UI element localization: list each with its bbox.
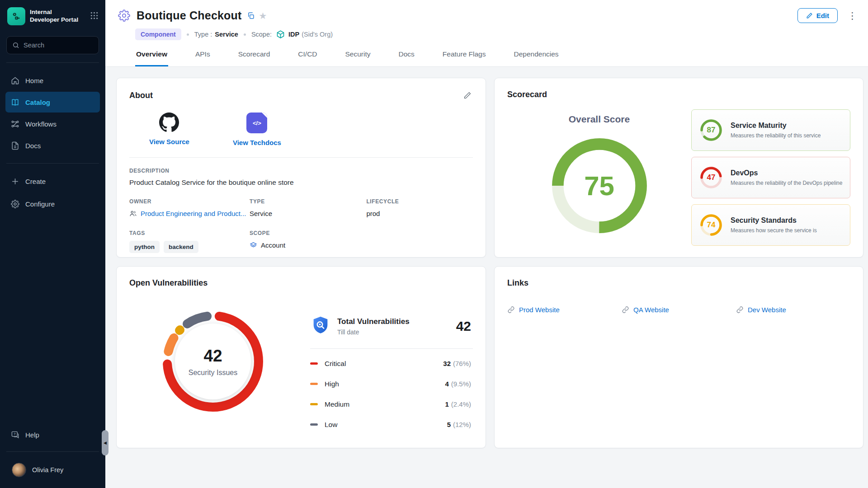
links-title: Links (507, 278, 850, 288)
more-options-icon[interactable]: ⋮ (848, 11, 857, 20)
view-source-link[interactable]: View Source (149, 113, 189, 146)
divider (129, 157, 473, 158)
owner-link[interactable]: Product Engineering and Product... (129, 210, 250, 217)
scorecard-item-service-maturity[interactable]: 87 Service Maturity Measures the reliabi… (691, 109, 850, 151)
breadcrumb: Component Type : Service Scope: IDP (Sid… (135, 28, 857, 40)
app-title: Internal Developer Portal (30, 9, 90, 24)
lifecycle-value: prod (366, 210, 473, 217)
tab-docs[interactable]: Docs (398, 50, 415, 66)
main-area: Boutique Checkout ★ Edit ⋮ Component Typ… (105, 0, 868, 488)
scorecard-item-security-standards[interactable]: 74 Security Standards Measures how secur… (691, 204, 850, 246)
security-issues-label: Security Issues (189, 369, 237, 377)
sidebar-item-label: Workflows (25, 120, 57, 128)
tag-chip[interactable]: python (129, 241, 160, 253)
sidebar-item-help[interactable]: ? Help (5, 424, 100, 445)
plus-icon (11, 177, 19, 186)
sidebar-item-configure[interactable]: Configure (5, 193, 100, 214)
link-dev-website[interactable]: Dev Website (736, 306, 850, 314)
sidebar-item-label: Catalog (25, 99, 50, 106)
link-icon (622, 306, 629, 314)
tab-scorecard[interactable]: Scorecard (237, 50, 271, 66)
gear-icon (11, 200, 19, 208)
sidebar-search (6, 36, 99, 54)
sidebar-item-catalog[interactable]: Catalog (5, 92, 100, 113)
vuln-row-medium: Medium 1(2.4%) (310, 394, 473, 414)
scorecard-title: Scorecard (507, 90, 850, 99)
lifecycle-label: LIFECYCLE (366, 198, 473, 205)
total-vulnerabilities-value: 42 (456, 319, 473, 334)
content-grid: About View Source </> View Techdocs (105, 67, 868, 448)
page-title: Boutique Checkout (137, 9, 242, 22)
favorite-star-icon[interactable]: ★ (259, 10, 267, 21)
link-icon (507, 306, 515, 314)
tab-overview[interactable]: Overview (135, 50, 168, 66)
edit-button[interactable]: Edit (797, 8, 838, 23)
total-vulnerabilities-subtitle: Till date (337, 328, 410, 336)
github-icon (159, 113, 179, 132)
sidebar-item-docs[interactable]: Docs (5, 135, 100, 156)
shield-scan-icon (310, 315, 331, 338)
link-prod-website[interactable]: Prod Website (507, 306, 622, 314)
mini-score-donut: 87 (699, 118, 723, 142)
link-icon (736, 306, 744, 314)
tag-chip[interactable]: backend (164, 241, 198, 253)
mini-score-donut: 47 (699, 165, 723, 190)
entity-kind-badge[interactable]: Component (135, 28, 181, 40)
pencil-icon (806, 12, 813, 19)
description-label: DESCRIPTION (129, 168, 473, 174)
type-field-value: Service (250, 210, 366, 217)
sidebar-item-label: Home (25, 77, 43, 84)
sidebar-nav: Home Catalog Workflows Docs (0, 69, 105, 157)
sidebar-item-label: Configure (25, 200, 55, 208)
view-techdocs-link[interactable]: </> View Techdocs (233, 113, 281, 146)
home-icon (11, 76, 19, 85)
low-swatch (310, 423, 318, 426)
medium-swatch (310, 403, 318, 405)
tab-cicd[interactable]: CI/CD (297, 50, 318, 66)
sidebar-item-label: Help (25, 431, 39, 439)
tab-bar: Overview APIs Scorecard CI/CD Security D… (135, 50, 857, 66)
tab-dependencies[interactable]: Dependencies (513, 50, 560, 66)
link-qa-website[interactable]: QA Website (622, 306, 736, 314)
vuln-row-high: High 4(9.5%) (310, 374, 473, 394)
user-name: Olivia Frey (32, 466, 63, 474)
tab-security[interactable]: Security (344, 50, 372, 66)
links-card: Links Prod Website QA Website Dev Websit… (494, 266, 863, 448)
tab-apis[interactable]: APIs (194, 50, 211, 66)
sidebar-item-label: Docs (25, 142, 41, 150)
vulnerabilities-card: Open Vulnerabilities 42 Security Issues (116, 266, 486, 448)
owner-label: OWNER (129, 198, 250, 205)
scope-field-value: Account (261, 241, 285, 249)
overall-score-label: Overall Score (569, 114, 630, 125)
vuln-row-low: Low 5(12%) (310, 414, 473, 435)
edit-about-pencil-icon[interactable] (462, 90, 473, 101)
sidebar-divider (6, 451, 99, 452)
search-input[interactable] (24, 42, 93, 49)
help-icon: ? (11, 431, 19, 439)
sidebar-divider (6, 62, 99, 63)
sidebar-item-home[interactable]: Home (5, 70, 100, 91)
sidebar-header: Internal Developer Portal (0, 0, 105, 32)
about-card: About View Source </> View Techdocs (116, 78, 486, 258)
high-swatch (310, 383, 318, 385)
sidebar-item-create[interactable]: Create (5, 171, 100, 192)
scorecard-items: 87 Service Maturity Measures the reliabi… (691, 109, 850, 246)
docs-icon (11, 141, 19, 150)
sidebar-collapse-handle[interactable]: ◀ (102, 430, 108, 455)
sidebar-item-workflows[interactable]: Workflows (5, 113, 100, 134)
type-field-label: TYPE (250, 198, 366, 205)
search-icon (12, 42, 19, 49)
sidebar: Internal Developer Portal Home (0, 0, 105, 488)
scorecard-item-devops[interactable]: 47 DevOps Measures the reliability of th… (691, 157, 850, 198)
tab-feature-flags[interactable]: Feature Flags (442, 50, 487, 66)
copy-icon[interactable] (245, 10, 256, 21)
vulnerabilities-title: Open Vulnerabilities (129, 278, 473, 288)
user-menu[interactable]: Olivia Frey (0, 458, 105, 482)
divider (310, 348, 473, 349)
avatar (12, 463, 26, 477)
page-header: Boutique Checkout ★ Edit ⋮ Component Typ… (105, 0, 868, 67)
workflows-icon (11, 120, 19, 128)
sidebar-item-label: Create (25, 178, 46, 185)
catalog-book-icon (11, 98, 19, 107)
apps-grid-icon[interactable] (90, 11, 99, 22)
